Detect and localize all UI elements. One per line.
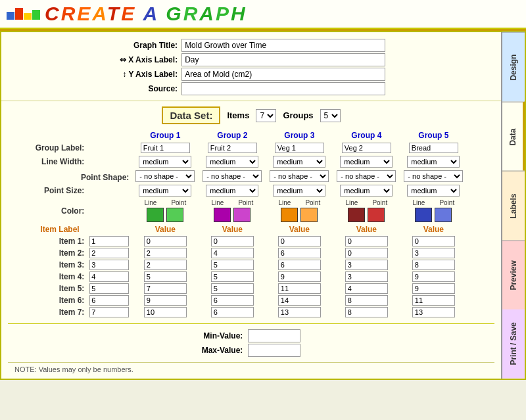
point-color-swatch[interactable] bbox=[300, 208, 318, 222]
value-header: Value bbox=[333, 223, 400, 235]
group-label-input-group-3[interactable] bbox=[275, 143, 324, 153]
group-label-input-group-1[interactable] bbox=[141, 143, 190, 153]
line-width-select[interactable]: mediumthinthick bbox=[407, 156, 460, 168]
value-header: Value bbox=[400, 223, 467, 235]
value-input[interactable] bbox=[278, 271, 321, 282]
group-label-input-group-4[interactable] bbox=[342, 143, 391, 153]
value-input[interactable] bbox=[412, 307, 455, 317]
line-width-cell: mediumthinthick bbox=[400, 154, 467, 169]
value-header: Value bbox=[266, 223, 333, 235]
value-input[interactable] bbox=[211, 283, 254, 294]
items-label: Items bbox=[227, 110, 249, 120]
line-width-select[interactable]: mediumthinthick bbox=[340, 156, 393, 168]
point-color-swatch[interactable] bbox=[368, 208, 385, 222]
tab-labels[interactable]: Labels bbox=[502, 171, 525, 241]
point-size-select[interactable]: mediumsmalllarge bbox=[206, 185, 258, 197]
app-logo: CREATE A GRAPH bbox=[45, 3, 247, 25]
value-input[interactable] bbox=[345, 248, 388, 258]
value-input[interactable] bbox=[144, 307, 187, 317]
line-color-swatch[interactable] bbox=[281, 208, 298, 222]
tab-print-save[interactable]: Print / Save bbox=[502, 310, 525, 379]
point-size-select[interactable]: mediumsmalllarge bbox=[139, 185, 191, 197]
point-size-select[interactable]: mediumsmalllarge bbox=[340, 185, 393, 197]
line-color-swatch[interactable] bbox=[214, 208, 231, 222]
line-width-select[interactable]: mediumthinthick bbox=[139, 156, 191, 168]
line-width-select[interactable]: mediumthinthick bbox=[273, 156, 325, 168]
point-color-swatch[interactable] bbox=[435, 208, 452, 222]
group-label-input-group-2[interactable] bbox=[208, 143, 257, 153]
value-input[interactable] bbox=[144, 271, 187, 282]
value-input[interactable] bbox=[412, 283, 455, 294]
source-input[interactable] bbox=[181, 82, 385, 95]
point-color-swatch[interactable] bbox=[233, 208, 251, 222]
x-axis-input[interactable] bbox=[181, 53, 385, 66]
point-size-select[interactable]: mediumsmalllarge bbox=[407, 185, 460, 197]
value-input[interactable] bbox=[278, 283, 321, 294]
item-label-input[interactable] bbox=[89, 260, 129, 270]
value-input[interactable] bbox=[345, 236, 388, 246]
item-row-label: Item 4: bbox=[36, 271, 87, 283]
graph-info-section: Graph Title: ⇔ X Axis Label: ↕ Y Axis La… bbox=[1, 32, 501, 101]
point-size-select[interactable]: mediumsmalllarge bbox=[273, 185, 325, 197]
value-input[interactable] bbox=[345, 271, 388, 282]
y-axis-label: ↕ Y Axis Label: bbox=[117, 68, 180, 81]
value-input[interactable] bbox=[412, 271, 455, 282]
items-select[interactable]: 7 1234568 bbox=[256, 109, 276, 122]
group-label-input-group-5[interactable] bbox=[409, 143, 458, 153]
item-label-input[interactable] bbox=[89, 307, 129, 317]
line-color-swatch[interactable] bbox=[415, 208, 432, 222]
value-input[interactable] bbox=[278, 307, 321, 317]
line-color-swatch[interactable] bbox=[147, 208, 164, 222]
point-shape-select[interactable]: - no shape -circlesquaretrianglediamond bbox=[270, 170, 329, 182]
value-input[interactable] bbox=[144, 260, 187, 270]
value-input[interactable] bbox=[211, 307, 254, 317]
line-width-cell: mediumthinthick bbox=[199, 154, 266, 169]
graph-title-label: Graph Title: bbox=[117, 39, 180, 52]
item-label-input[interactable] bbox=[89, 236, 129, 246]
value-input[interactable] bbox=[345, 307, 388, 317]
tab-data[interactable]: Data bbox=[502, 102, 525, 172]
item-label-input[interactable] bbox=[89, 248, 129, 258]
line-color-swatch[interactable] bbox=[348, 208, 365, 222]
item-label-input[interactable] bbox=[89, 295, 129, 306]
value-input[interactable] bbox=[278, 295, 321, 306]
value-header: Value bbox=[132, 223, 199, 235]
value-input[interactable] bbox=[412, 295, 455, 306]
groups-select[interactable]: 5 1234 bbox=[320, 109, 341, 122]
value-input[interactable] bbox=[345, 283, 388, 294]
tab-preview[interactable]: Preview bbox=[502, 241, 525, 310]
line-width-select[interactable]: mediumthinthick bbox=[206, 156, 258, 168]
value-input[interactable] bbox=[211, 248, 254, 258]
value-input[interactable] bbox=[211, 236, 254, 246]
value-input[interactable] bbox=[412, 260, 455, 270]
item-label-input[interactable] bbox=[89, 271, 129, 282]
point-color-swatch[interactable] bbox=[166, 208, 183, 222]
value-input[interactable] bbox=[278, 248, 321, 258]
value-input[interactable] bbox=[211, 260, 254, 270]
value-input[interactable] bbox=[345, 260, 388, 270]
point-shape-select[interactable]: - no shape -circlesquaretrianglediamond bbox=[135, 170, 195, 182]
value-input[interactable] bbox=[412, 248, 455, 258]
min-value-input[interactable] bbox=[248, 329, 300, 342]
value-input[interactable] bbox=[211, 295, 254, 306]
graph-title-input[interactable] bbox=[181, 39, 385, 52]
group-header-group-3: Group 3 bbox=[266, 129, 333, 141]
value-input[interactable] bbox=[278, 236, 321, 246]
value-input[interactable] bbox=[412, 236, 455, 246]
point-shape-select[interactable]: - no shape -circlesquaretrianglediamond bbox=[404, 170, 463, 182]
value-input[interactable] bbox=[345, 295, 388, 306]
value-input[interactable] bbox=[144, 283, 187, 294]
point-shape-select[interactable]: - no shape -circlesquaretrianglediamond bbox=[203, 170, 262, 182]
value-input[interactable] bbox=[144, 248, 187, 258]
point-shape-select[interactable]: - no shape -circlesquaretrianglediamond bbox=[337, 170, 396, 182]
dataset-section: Data Set: Items 7 1234568 Groups 5 1234 bbox=[1, 101, 501, 379]
value-input[interactable] bbox=[144, 295, 187, 306]
value-input[interactable] bbox=[211, 271, 254, 282]
max-value-input[interactable] bbox=[248, 344, 300, 357]
item-label-input[interactable] bbox=[89, 283, 129, 294]
y-axis-input[interactable] bbox=[181, 68, 385, 81]
value-input[interactable] bbox=[278, 260, 321, 270]
value-input[interactable] bbox=[144, 236, 187, 246]
line-width-cell: mediumthinthick bbox=[132, 154, 199, 169]
tab-design[interactable]: Design bbox=[502, 32, 525, 102]
